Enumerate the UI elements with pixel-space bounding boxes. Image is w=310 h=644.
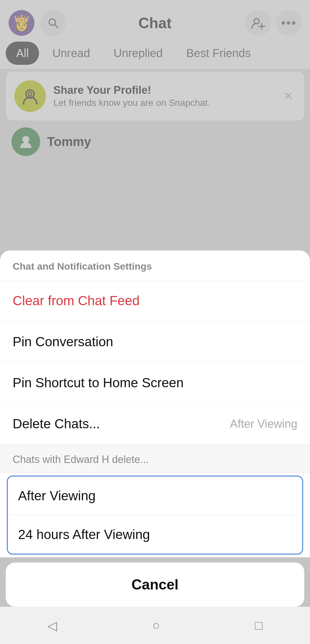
nav-back-button[interactable]: ◁ bbox=[47, 618, 57, 633]
sheet-header: Chat and Notification Settings bbox=[0, 250, 310, 280]
delete-chats-row[interactable]: Delete Chats... After Viewing bbox=[0, 403, 310, 444]
option-after-viewing[interactable]: After Viewing bbox=[8, 476, 302, 515]
cancel-button[interactable]: Cancel bbox=[6, 563, 304, 607]
options-box: After Viewing 24 hours After Viewing bbox=[0, 476, 310, 554]
nav-recents-button[interactable]: □ bbox=[255, 618, 263, 633]
clear-chat-feed-button[interactable]: Clear from Chat Feed bbox=[0, 280, 310, 321]
cancel-sheet: Cancel bbox=[6, 563, 304, 607]
action-sheet: Chat and Notification Settings Clear fro… bbox=[0, 250, 310, 444]
option-24-hours[interactable]: 24 hours After Viewing bbox=[8, 515, 302, 554]
nav-bar: ◁ ○ □ bbox=[0, 607, 310, 644]
sub-sheet: Chats with Edward H delete... After View… bbox=[0, 444, 310, 557]
pin-shortcut-button[interactable]: Pin Shortcut to Home Screen bbox=[0, 362, 310, 403]
nav-home-button[interactable]: ○ bbox=[152, 618, 160, 633]
options-selected-box: After Viewing 24 hours After Viewing bbox=[7, 476, 303, 554]
sheet-header-title: Chat and Notification Settings bbox=[13, 261, 297, 272]
sub-sheet-header: Chats with Edward H delete... bbox=[0, 444, 310, 473]
delete-chats-label: Delete Chats... bbox=[13, 416, 100, 431]
sheets-container: Chat and Notification Settings Clear fro… bbox=[0, 250, 310, 607]
delete-chats-value: After Viewing bbox=[230, 417, 297, 430]
pin-conversation-button[interactable]: Pin Conversation bbox=[0, 321, 310, 362]
sub-sheet-title: Chats with Edward H delete... bbox=[13, 454, 297, 466]
